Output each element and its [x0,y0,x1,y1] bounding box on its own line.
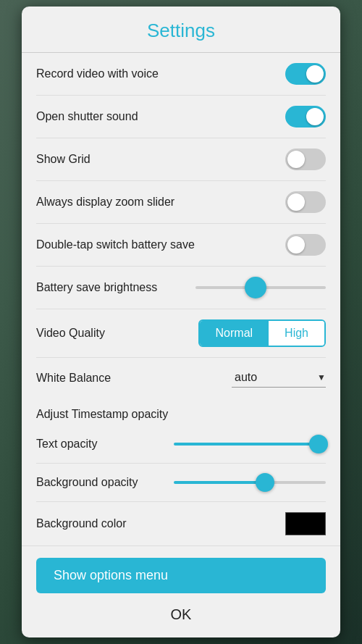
battery-save-toggle[interactable] [285,234,326,256]
bg-color-row: Background color [36,502,326,545]
settings-dialog: Settings Record video with voice Open sh… [22,7,340,637]
quality-normal-button[interactable]: Normal [200,321,269,346]
text-opacity-knob [309,435,328,453]
video-quality-buttons: Normal High [198,319,326,347]
brightness-slider-knob [245,277,266,298]
zoom-slider-label: Always display zoom slider [36,196,174,209]
timestamp-section: Adjust Timestamp opacity Text opacity Ba… [22,398,340,546]
text-opacity-slider[interactable] [174,435,326,453]
record-video-toggle[interactable] [285,63,326,85]
show-grid-toggle[interactable] [285,149,326,170]
brightness-label: Battery save brightness [36,281,157,294]
show-grid-label: Show Grid [36,153,90,166]
shutter-sound-toggle-knob [306,108,324,125]
battery-save-toggle-knob [287,236,305,254]
brightness-row: Battery save brightness [36,267,326,309]
battery-save-row: Double-tap switch battery save [36,224,326,267]
options-btn-container: Show options menu [22,546,340,599]
bg-color-swatch[interactable] [285,512,326,535]
dropdown-arrow-icon: ▼ [317,372,326,382]
record-video-row: Record video with voice [36,53,326,96]
brightness-slider-track [195,286,326,289]
battery-save-label: Double-tap switch battery save [36,238,195,251]
bg-opacity-slider[interactable] [174,474,326,491]
zoom-slider-row: Always display zoom slider [36,181,326,224]
bg-opacity-row: Background opacity [36,464,326,502]
text-opacity-track [174,443,326,446]
ok-btn-container: OK [22,599,340,623]
timestamp-section-label: Adjust Timestamp opacity [36,398,326,425]
show-grid-row: Show Grid [36,138,326,181]
settings-list: Record video with voice Open shutter sou… [22,53,340,398]
bg-opacity-track [174,481,326,484]
record-video-toggle-knob [306,65,324,83]
text-opacity-label: Text opacity [36,438,97,451]
white-balance-value: auto [232,368,274,387]
brightness-slider[interactable] [195,277,326,298]
shutter-sound-label: Open shutter sound [36,110,138,123]
text-opacity-row: Text opacity [36,425,326,464]
show-grid-toggle-knob [287,151,305,168]
ok-button[interactable]: OK [171,606,192,623]
white-balance-dropdown[interactable]: auto ▼ [232,368,326,388]
bg-opacity-knob [256,473,274,492]
zoom-slider-toggle-knob [287,193,305,211]
record-video-label: Record video with voice [36,67,159,80]
dialog-title: Settings [22,7,340,53]
bg-color-label: Background color [36,517,127,530]
shutter-sound-toggle[interactable] [285,106,326,127]
bg-opacity-label: Background opacity [36,476,138,489]
white-balance-label: White Balance [36,372,111,385]
video-quality-label: Video Quality [36,327,105,340]
white-balance-row: White Balance auto ▼ [36,358,326,398]
show-options-menu-button[interactable]: Show options menu [36,558,326,593]
quality-high-button[interactable]: High [269,321,324,346]
shutter-sound-row: Open shutter sound [36,96,326,138]
video-quality-row: Video Quality Normal High [36,309,326,358]
zoom-slider-toggle[interactable] [285,191,326,213]
